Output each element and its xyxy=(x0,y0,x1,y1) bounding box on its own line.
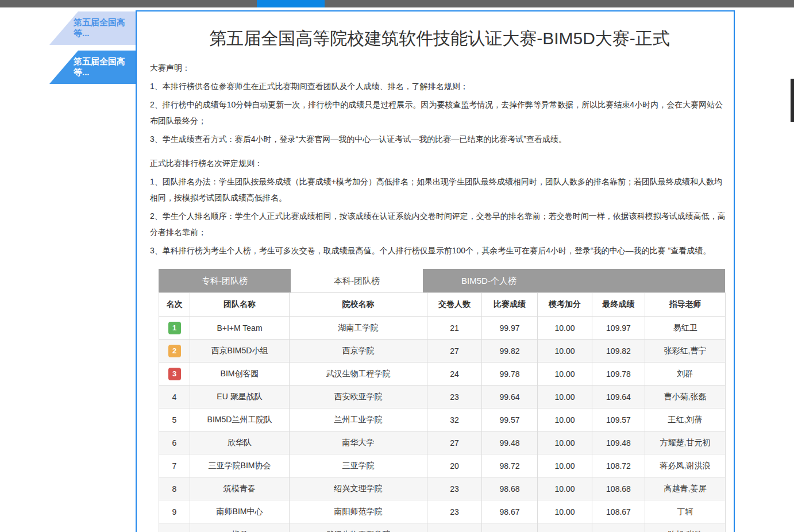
page: 第五届全国高等...第五届全国高等... 第五届全国高等院校建筑软件技能认证大赛… xyxy=(0,0,794,532)
browser-top-bar xyxy=(0,0,794,7)
board-tab-3[interactable]: BIM5D-个人榜 xyxy=(423,269,555,292)
cell-school: 南阳师范学院 xyxy=(290,500,427,523)
paragraph: 2、排行榜中的成绩每10分钟自动更新一次，排行榜中的成绩只是过程展示。因为要核查… xyxy=(150,97,729,129)
table-row: 7三亚学院BIM协会三亚学院2098.7210.00108.72蒋必凤,谢洪浪 xyxy=(159,454,726,477)
cell-submitted: 24 xyxy=(427,363,482,385)
cell-final: 109.97 xyxy=(592,317,645,340)
cell-school: 南华大学 xyxy=(290,431,427,454)
cell-team: EU 聚星战队 xyxy=(190,385,290,408)
cell-final: 108.67 xyxy=(592,500,645,523)
sidebar-item-2-active[interactable]: 第五届全国高等... xyxy=(49,51,136,84)
cell-rank: 4 xyxy=(159,385,190,408)
cell-bonus: 10.00 xyxy=(538,500,592,523)
board-tab-2[interactable]: 本科-团队榜 xyxy=(291,269,423,292)
cell-team: B+I+M Team xyxy=(190,317,290,340)
cell-final: 109.64 xyxy=(592,385,645,408)
paragraph: 3、单科排行榜为考生个人榜，考生可多次交卷，取成绩最高值。个人排行榜仅显示前10… xyxy=(150,242,729,259)
cell-team: 西京BIM5D小组 xyxy=(190,340,290,363)
cell-team: 三亚学院BIM协会 xyxy=(190,454,290,477)
paragraph: 大赛声明： xyxy=(150,60,729,76)
cell-submitted: 20 xyxy=(427,454,482,477)
cell-teachers: 高越青,姜屏 xyxy=(645,477,726,500)
table-row: 5BIM5D兰州工院队兰州工业学院3299.5710.00109.57王红,刘蒨 xyxy=(159,408,726,431)
column-header: 比赛成绩 xyxy=(482,293,538,317)
cell-rank: 9 xyxy=(159,500,190,523)
table-row: 10指月武汉生物工程学院2298.6210.00108.62陈旭,张敏 xyxy=(159,523,726,532)
cell-school: 西京学院 xyxy=(290,340,427,363)
paragraph: 正式比赛排行榜名次评定规则： xyxy=(150,155,729,171)
cell-teachers: 丁轲 xyxy=(645,500,726,523)
table-header-row: 名次团队名称院校名称交卷人数比赛成绩模考加分最终成绩指导老师 xyxy=(159,293,726,317)
active-tab-indicator xyxy=(257,0,325,7)
cell-school: 三亚学院 xyxy=(290,454,427,477)
ranking-table: 名次团队名称院校名称交卷人数比赛成绩模考加分最终成绩指导老师 1B+I+M Te… xyxy=(159,292,726,532)
cell-team: BIM5D兰州工院队 xyxy=(190,408,290,431)
board-tab-1[interactable]: 专科-团队榜 xyxy=(159,269,291,292)
column-header: 最终成绩 xyxy=(592,293,645,317)
cell-score: 98.72 xyxy=(482,454,538,477)
cell-final: 108.72 xyxy=(592,454,645,477)
statement-block: 大赛声明：1、本排行榜供各位参赛师生在正式比赛期间查看团队及个人成绩、排名，了解… xyxy=(150,60,729,259)
cell-teachers: 王红,刘蒨 xyxy=(645,408,726,431)
table-row: 4EU 聚星战队西安欧亚学院2399.6410.00109.64曹小菊,张磊 xyxy=(159,385,726,408)
cell-teachers: 易红卫 xyxy=(645,317,726,340)
page-title: 第五届全国高等院校建筑软件技能认证大赛-BIM5D大赛-正式 xyxy=(150,28,729,49)
cell-bonus: 10.00 xyxy=(538,408,592,431)
cell-rank: 6 xyxy=(159,431,190,454)
sidebar-item-label: 第五届全国高等... xyxy=(74,56,136,78)
cell-bonus: 10.00 xyxy=(538,431,592,454)
rank-badge: 3 xyxy=(168,368,181,380)
table-row: 8筑模青春绍兴文理学院2398.6810.00108.68高越青,姜屏 xyxy=(159,477,726,500)
table-row: 9南师BIM中心南阳师范学院2398.6710.00108.67丁轲 xyxy=(159,500,726,523)
cell-score: 99.82 xyxy=(482,340,538,363)
column-header: 院校名称 xyxy=(290,293,427,317)
cell-teachers: 陈旭,张敏 xyxy=(645,523,726,532)
cell-team: 欣华队 xyxy=(190,431,290,454)
cell-score: 99.97 xyxy=(482,317,538,340)
cell-rank: 2 xyxy=(159,340,190,363)
cell-score: 98.68 xyxy=(482,477,538,500)
cell-team: 指月 xyxy=(190,523,290,532)
cell-school: 武汉生物工程学院 xyxy=(290,523,427,532)
cell-submitted: 23 xyxy=(427,477,482,500)
cell-rank: 3 xyxy=(159,363,190,385)
main-panel: 第五届全国高等院校建筑软件技能认证大赛-BIM5D大赛-正式 大赛声明：1、本排… xyxy=(136,10,735,532)
cell-bonus: 10.00 xyxy=(538,523,592,532)
cell-submitted: 23 xyxy=(427,500,482,523)
board-tabs: 专科-团队榜本科-团队榜BIM5D-个人榜 xyxy=(159,269,725,292)
cell-rank: 5 xyxy=(159,408,190,431)
cell-final: 109.78 xyxy=(592,363,645,385)
cell-teachers: 曹小菊,张磊 xyxy=(645,385,726,408)
cell-team: BIM创客园 xyxy=(190,363,290,385)
rank-badge: 1 xyxy=(168,322,181,334)
cell-final: 108.68 xyxy=(592,477,645,500)
paragraph: 1、本排行榜供各位参赛师生在正式比赛期间查看团队及个人成绩、排名，了解排名规则； xyxy=(150,78,729,94)
table-row: 2西京BIM5D小组西京学院2799.8210.00109.82张彩红,曹宁 xyxy=(159,340,726,363)
rank-badge: 2 xyxy=(168,345,181,357)
cell-bonus: 10.00 xyxy=(538,477,592,500)
cell-score: 99.78 xyxy=(482,363,538,385)
column-header: 团队名称 xyxy=(190,293,290,317)
table-row: 1B+I+M Team湖南工学院2199.9710.00109.97易红卫 xyxy=(159,317,726,340)
column-header: 名次 xyxy=(159,293,190,317)
cell-school: 西安欧亚学院 xyxy=(290,385,427,408)
sidebar-item-label: 第五届全国高等... xyxy=(74,17,136,39)
cell-team: 筑模青春 xyxy=(190,477,290,500)
cell-score: 99.64 xyxy=(482,385,538,408)
cell-score: 98.67 xyxy=(482,500,538,523)
cell-school: 武汉生物工程学院 xyxy=(290,363,427,385)
cell-final: 109.57 xyxy=(592,408,645,431)
cell-bonus: 10.00 xyxy=(538,363,592,385)
cell-submitted: 23 xyxy=(427,385,482,408)
cell-teachers: 张彩红,曹宁 xyxy=(645,340,726,363)
paragraph: 1、团队排名办法：学生团队按最终成绩（比赛成绩+模考加分）高低排名；如果出现学生… xyxy=(150,174,729,206)
cell-final: 109.82 xyxy=(592,340,645,363)
sidebar-item-1[interactable]: 第五届全国高等... xyxy=(49,11,136,45)
paragraph: 3、学生成绩查看方式：赛后4小时，登录“大赛官网—我的中心—认证考试—我的比赛—… xyxy=(150,131,729,147)
cell-teachers: 方耀楚,甘元初 xyxy=(645,431,726,454)
table-row: 3BIM创客园武汉生物工程学院2499.7810.00109.78刘群 xyxy=(159,363,726,385)
cell-score: 99.57 xyxy=(482,408,538,431)
cell-submitted: 27 xyxy=(427,340,482,363)
cell-team: 南师BIM中心 xyxy=(190,500,290,523)
scrollbar-thumb[interactable] xyxy=(791,79,794,122)
